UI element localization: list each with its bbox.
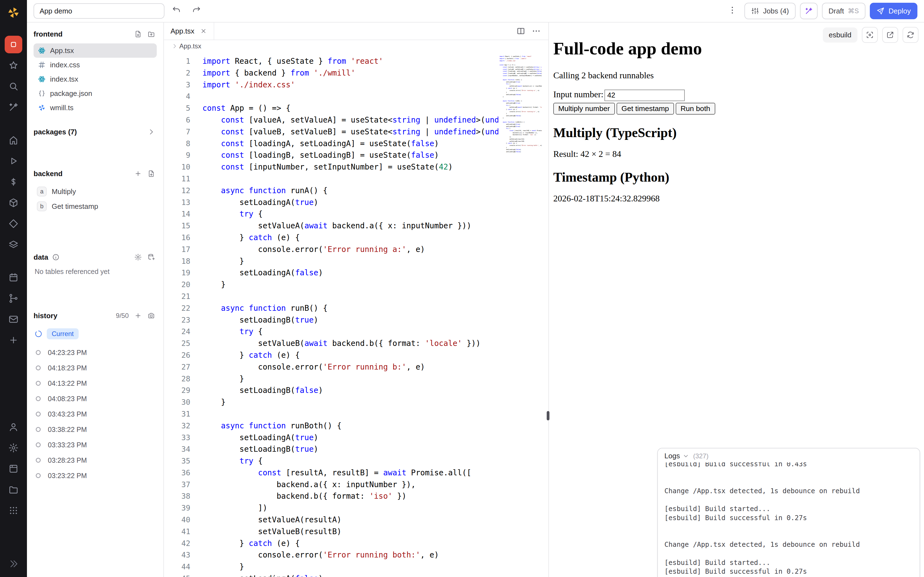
file-item[interactable]: wmill.ts <box>34 101 157 115</box>
file-item[interactable]: index.tsx <box>34 72 157 86</box>
app-editor-rail-button[interactable] <box>5 36 22 53</box>
info-icon <box>50 252 61 263</box>
magic-wand-rail-button[interactable] <box>5 98 22 116</box>
minimap[interactable]: import React, { useState } from 'react'i… <box>499 55 542 577</box>
code-line: } <box>202 561 498 573</box>
file-name: index.css <box>50 61 80 69</box>
open-external-button[interactable] <box>882 27 898 43</box>
new-file-button[interactable] <box>132 29 144 40</box>
undo-button[interactable] <box>169 3 184 19</box>
runnable-label: Multiply <box>52 187 76 196</box>
code-line: const [valueB, setValueB] = useState<str… <box>499 68 542 70</box>
ai-wand-button[interactable] <box>800 3 817 19</box>
code-line: import './index.css' <box>499 60 542 62</box>
expand-sidebar-button[interactable] <box>5 555 22 572</box>
packages-row[interactable]: packages (7) <box>34 125 157 139</box>
data-section-title: data <box>34 253 48 261</box>
diamond-rail-button[interactable] <box>5 215 22 232</box>
history-entry[interactable]: 04:13:22 PM <box>34 376 157 391</box>
file-item[interactable]: package.json <box>34 86 157 101</box>
history-entry[interactable]: 03:23:22 PM <box>34 468 157 483</box>
line-number: 32 <box>164 420 190 432</box>
history-entry[interactable]: 04:23:23 PM <box>34 345 157 360</box>
log-line <box>664 469 913 478</box>
esbuild-badge[interactable]: esbuild <box>823 27 858 43</box>
code-content[interactable]: import React, { useState } from 'react'i… <box>202 55 498 577</box>
new-folder-button[interactable] <box>146 29 157 40</box>
gear-rail-button[interactable] <box>5 439 22 457</box>
code-line: try { <box>202 326 498 338</box>
code-line: } catch (e) { <box>202 538 498 550</box>
history-entry[interactable]: 03:38:22 PM <box>34 422 157 437</box>
home-rail-button[interactable] <box>5 131 22 149</box>
redo-button[interactable] <box>189 3 204 19</box>
run-both-button[interactable]: Run both <box>676 103 715 114</box>
add-runnable-button[interactable] <box>132 168 144 179</box>
add-table-button[interactable] <box>146 252 157 263</box>
line-number: 26 <box>164 350 190 361</box>
snapshot-camera-button[interactable] <box>146 310 157 321</box>
code-line: setLoadingB(true) <box>202 443 498 455</box>
code-line <box>499 77 542 79</box>
file-name: App.tsx <box>50 47 74 55</box>
plus-rail-button[interactable] <box>5 331 22 349</box>
history-entry[interactable]: 03:43:23 PM <box>34 406 157 422</box>
dollar-rail-button[interactable] <box>5 173 22 191</box>
line-number: 33 <box>164 432 190 444</box>
mail-rail-button[interactable] <box>5 311 22 328</box>
file-item[interactable]: App.tsx <box>34 44 157 58</box>
code-editor[interactable]: 1234567891011121314151617181920212223242… <box>164 52 548 577</box>
multiply-number-button[interactable]: Multiply number <box>553 103 615 114</box>
data-settings-button[interactable] <box>132 252 144 263</box>
layers-rail-button[interactable] <box>5 236 22 253</box>
split-editor-button[interactable] <box>513 23 528 39</box>
code-line: console.error('Error running both:', e) <box>499 145 542 147</box>
flow-rail-button[interactable] <box>5 290 22 307</box>
runnable-list: aMultiplybGet timestamp <box>34 184 157 214</box>
user-rail-button[interactable] <box>5 418 22 436</box>
refresh-preview-button[interactable] <box>903 27 919 43</box>
code-line: const [valueA, setValueA] = useState<str… <box>202 114 498 126</box>
history-entry[interactable]: 03:28:23 PM <box>34 453 157 468</box>
search-rail-button[interactable] <box>5 77 22 95</box>
history-entry[interactable]: 03:33:23 PM <box>34 437 157 453</box>
history-entry[interactable]: 04:18:23 PM <box>34 360 157 376</box>
deploy-button[interactable]: Deploy <box>870 3 918 19</box>
deploy-label: Deploy <box>888 7 911 15</box>
grid-rail-button[interactable] <box>5 502 22 519</box>
code-line: setLoadingB(true) <box>499 102 542 104</box>
folder-rail-button[interactable] <box>5 481 22 498</box>
app-name-input[interactable] <box>34 3 165 19</box>
play-rail-button[interactable] <box>5 152 22 170</box>
jobs-button[interactable]: Jobs (4) <box>745 3 796 19</box>
add-runnable-file-button[interactable] <box>146 168 157 179</box>
code-line: setLoadingB(false) <box>499 151 542 153</box>
input-number-field[interactable] <box>604 90 685 101</box>
more-menu-button[interactable] <box>725 3 740 19</box>
package-rail-button[interactable] <box>5 460 22 477</box>
runnable-item[interactable]: aMultiply <box>34 184 157 199</box>
code-line: async function runA() { <box>202 185 498 197</box>
runnable-item[interactable]: bGet timestamp <box>34 199 157 214</box>
line-number: 15 <box>164 220 190 232</box>
inspect-button[interactable] <box>862 27 878 43</box>
file-item[interactable]: index.css <box>34 58 157 72</box>
draft-button[interactable]: Draft⌘S <box>822 3 866 19</box>
tab-app-tsx[interactable]: App.tsx <box>164 22 214 40</box>
braces-icon <box>38 90 46 97</box>
windmill-logo[interactable] <box>5 5 22 21</box>
line-number: 27 <box>164 361 190 373</box>
get-timestamp-button[interactable]: Get timestamp <box>617 103 674 114</box>
calendar-rail-button[interactable] <box>5 269 22 286</box>
editor-more-button[interactable] <box>528 23 544 39</box>
stack-rail-button[interactable] <box>5 194 22 211</box>
history-dot-icon <box>36 396 41 401</box>
code-line: } <box>499 92 542 94</box>
close-tab-icon[interactable] <box>200 27 207 35</box>
current-version-badge[interactable]: Current <box>47 328 79 339</box>
logs-header[interactable]: Logs (327) <box>658 448 919 463</box>
history-entry[interactable]: 04:08:23 PM <box>34 391 157 406</box>
add-snapshot-button[interactable] <box>132 310 144 321</box>
panel-resize-handle[interactable] <box>547 411 549 421</box>
star-rail-button[interactable] <box>5 56 22 74</box>
